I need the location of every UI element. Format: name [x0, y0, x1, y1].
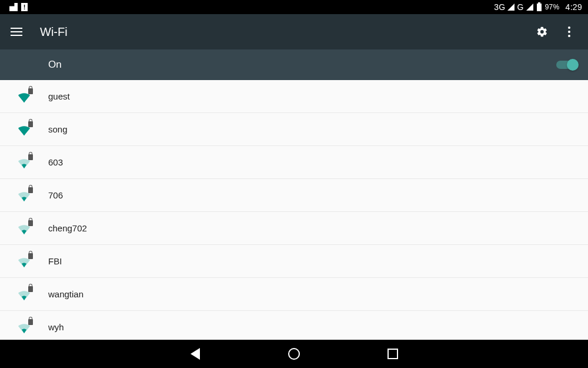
lock-icon [28, 319, 33, 325]
wifi-ssid-label: 603 [48, 157, 63, 167]
clock: 4:29 [566, 2, 582, 12]
battery-percent: 97% [545, 3, 560, 11]
wifi-signal-icon [0, 157, 48, 168]
home-icon [288, 348, 300, 360]
wifi-signal-icon [0, 124, 48, 135]
wifi-toggle-label: On [48, 59, 62, 71]
page-title: Wi-Fi [40, 25, 68, 39]
wifi-ssid-label: wangtian [48, 289, 83, 299]
wifi-network-row[interactable]: wangtian [0, 278, 588, 311]
wifi-ssid-label: song [48, 124, 68, 134]
lock-icon [28, 253, 33, 259]
nav-back-button[interactable] [187, 346, 203, 362]
wifi-network-row[interactable]: wyh [0, 311, 588, 340]
wifi-signal-icon [0, 190, 48, 201]
more-vert-icon [568, 26, 570, 37]
image-notification-icon [9, 3, 18, 11]
recent-icon [387, 349, 398, 359]
wifi-signal-icon [0, 223, 48, 234]
wifi-network-row[interactable]: 603 [0, 146, 588, 179]
status-left-icons: ! [9, 3, 28, 11]
signal-icon [507, 4, 514, 11]
wifi-ssid-label: 706 [48, 190, 63, 200]
status-right: 3G G 97% 4:29 [494, 2, 582, 12]
status-bar: ! 3G G 97% 4:29 [0, 0, 588, 14]
wifi-ssid-label: cheng702 [48, 223, 87, 233]
lock-icon [28, 286, 33, 292]
battery-icon [537, 4, 542, 11]
wifi-network-row[interactable]: FBI [0, 245, 588, 278]
wifi-toggle-switch[interactable] [556, 61, 577, 69]
app-bar: Wi-Fi [0, 14, 588, 49]
wifi-signal-icon [0, 289, 48, 300]
network-type-label-2: G [517, 2, 523, 12]
wifi-network-row[interactable]: cheng702 [0, 212, 588, 245]
lock-icon [28, 187, 33, 193]
wifi-signal-icon [0, 91, 48, 102]
wifi-signal-icon [0, 256, 48, 267]
lock-icon [28, 220, 33, 226]
lock-icon [28, 121, 33, 127]
wifi-ssid-label: guest [48, 91, 70, 101]
wifi-network-list: guest song 603 706 [0, 80, 588, 340]
wifi-network-row[interactable]: 706 [0, 179, 588, 212]
back-icon [191, 348, 200, 360]
wifi-network-row[interactable]: song [0, 113, 588, 146]
overflow-menu-button[interactable] [561, 24, 577, 40]
wifi-signal-icon [0, 321, 48, 333]
nav-bar [0, 340, 588, 368]
wifi-network-row[interactable]: guest [0, 80, 588, 113]
wifi-toggle-row: On [0, 49, 588, 80]
network-type-label: 3G [494, 2, 505, 12]
alert-notification-icon: ! [21, 3, 28, 11]
gear-icon [536, 26, 548, 38]
wifi-ssid-label: FBI [48, 256, 62, 266]
settings-button[interactable] [534, 24, 550, 40]
menu-icon[interactable] [11, 28, 22, 36]
lock-icon [28, 154, 33, 160]
nav-recent-button[interactable] [385, 346, 401, 362]
nav-home-button[interactable] [286, 346, 302, 362]
wifi-ssid-label: wyh [48, 322, 64, 332]
signal-icon-2 [526, 4, 533, 11]
lock-icon [28, 88, 33, 94]
